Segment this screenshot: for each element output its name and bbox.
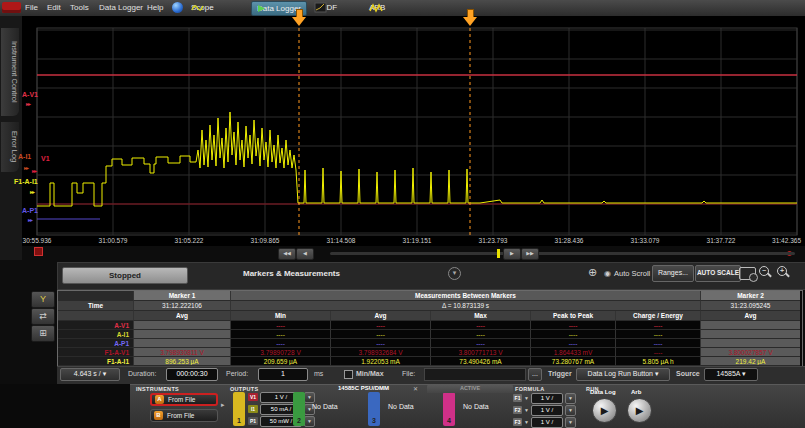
tab-arb[interactable]: ARB bbox=[364, 1, 390, 14]
i1-badge: I1 bbox=[248, 405, 258, 413]
f3-range-dropdown-icon[interactable]: ▼ bbox=[565, 417, 576, 428]
instrument-a-icon: A bbox=[155, 395, 164, 404]
auto-scale-button[interactable]: AUTO SCALE bbox=[695, 265, 741, 282]
expander-icon[interactable]: ▸ bbox=[221, 401, 225, 409]
timebase-dropdown[interactable]: 4.643 s / ▾ bbox=[60, 368, 120, 381]
marker-target-icon[interactable]: ⊕ bbox=[588, 266, 597, 279]
f3-dropdown-icon[interactable]: ▼ bbox=[524, 419, 529, 425]
x-tick: 31:09.865 bbox=[235, 237, 295, 244]
menu-tools[interactable]: Tools bbox=[70, 3, 89, 12]
trace-label-f1ai1: F1-A-I1 bbox=[14, 178, 38, 185]
marker2-time: 31:23.095245 bbox=[701, 301, 800, 311]
formula-header: FORMULA bbox=[515, 386, 545, 392]
formula-rows: F1 ▼ 1 V / ▼ F2 ▼ 1 V / ▼ F3 ▼ 1 V / ▼ bbox=[513, 393, 576, 427]
f1-range-dropdown-icon[interactable]: ▼ bbox=[565, 393, 576, 404]
table-row: F1-A-V1 3.798930811 V 3.79890728 V 3.798… bbox=[58, 348, 802, 357]
menu-file[interactable]: File bbox=[25, 3, 38, 12]
chart-plot bbox=[30, 25, 800, 236]
file-tab-title[interactable]: 14585C PSU/DMM bbox=[338, 385, 410, 391]
active-tab[interactable]: ACTIVE bbox=[427, 384, 513, 393]
v1-range-dropdown-icon[interactable]: ▼ bbox=[304, 392, 315, 403]
marker1-header: Marker 1 bbox=[134, 291, 231, 301]
benchvue-icon[interactable] bbox=[172, 2, 183, 13]
menu-edit[interactable]: Edit bbox=[47, 3, 61, 12]
f2-range-dropdown-icon[interactable]: ▼ bbox=[565, 405, 576, 416]
instrument-b-button[interactable]: B From File bbox=[150, 409, 218, 422]
channel1-bar[interactable]: 1 bbox=[233, 392, 245, 426]
f2-range-field[interactable]: 1 V / bbox=[531, 405, 563, 416]
sidebar-tab-instrument-control[interactable]: Instrument Control bbox=[1, 28, 19, 116]
zoom-out-icon[interactable]: − bbox=[759, 266, 771, 278]
file-tab-close-icon[interactable]: ✕ bbox=[413, 385, 418, 392]
duration-field[interactable]: 000:00:30 bbox=[166, 368, 218, 381]
trace-label-av1: A-V1 bbox=[22, 91, 38, 98]
browse-button[interactable]: ... bbox=[528, 368, 542, 381]
scrollbar-track[interactable] bbox=[330, 252, 795, 255]
datalog-run-button[interactable]: ▶ bbox=[592, 398, 617, 423]
instruments-header: INSTRUMENTS bbox=[136, 386, 179, 392]
screenshot-icon[interactable] bbox=[739, 267, 756, 280]
marker2-header: Marker 2 bbox=[701, 291, 800, 301]
auto-scroll-toggle[interactable]: Auto Scroll bbox=[614, 269, 650, 278]
f2-dropdown-icon[interactable]: ▼ bbox=[524, 407, 529, 413]
table-row: F1-A-I1 896.253 µA 209.659 µA 1.922053 m… bbox=[58, 357, 802, 366]
minmax-checkbox[interactable] bbox=[344, 370, 353, 379]
tab-ccdf[interactable]: CCDF bbox=[310, 1, 342, 14]
col-min: Min bbox=[231, 311, 331, 321]
v1-badge: V1 bbox=[248, 393, 258, 401]
period-unit: ms bbox=[314, 370, 323, 377]
source-label: Source bbox=[676, 370, 700, 377]
formula-f1-row: F1 ▼ 1 V / ▼ bbox=[513, 393, 576, 403]
table-row: A-I1 ---- ---- ---- ---- ---- bbox=[58, 330, 802, 339]
channel3-bar[interactable]: 3 bbox=[368, 392, 380, 426]
channel2-bar[interactable]: 2 bbox=[293, 392, 305, 426]
duration-label: Duration: bbox=[128, 370, 156, 377]
period-label: Period: bbox=[226, 370, 248, 377]
source-dropdown[interactable]: 14585A ▾ bbox=[704, 368, 758, 381]
p1-badge: P1 bbox=[248, 417, 258, 425]
f3-range-field[interactable]: 1 V / bbox=[531, 417, 563, 428]
stopped-button[interactable]: Stopped bbox=[62, 267, 188, 284]
ranges-button[interactable]: Ranges... bbox=[652, 265, 694, 282]
auto-scroll-icon: ◉ bbox=[604, 269, 611, 278]
scroll-back-button[interactable]: ◀ bbox=[296, 248, 314, 260]
marker-tool-icon[interactable]: Y bbox=[31, 291, 55, 308]
col-ptp: Peak to Peak bbox=[531, 311, 616, 321]
arb-run-button[interactable]: ▶ bbox=[627, 398, 652, 423]
marker2-handle[interactable] bbox=[463, 9, 477, 26]
measurements-table: Marker 1 Measurements Between Markers Ma… bbox=[57, 290, 803, 367]
scrollbar-position-marker[interactable] bbox=[497, 249, 500, 258]
marker1-handle[interactable] bbox=[292, 9, 306, 26]
f1-dropdown-icon[interactable]: ▼ bbox=[524, 395, 529, 401]
between-markers-header: Measurements Between Markers bbox=[231, 291, 701, 301]
table-row: A-P1 ---- ---- ---- ---- ---- bbox=[58, 339, 802, 348]
datalog-run-label: Data Log bbox=[590, 389, 616, 395]
trace-arrow-ai1-icon: ▸▸ bbox=[24, 164, 28, 171]
play-icon bbox=[257, 4, 266, 13]
x-tick: 31:05.222 bbox=[159, 237, 219, 244]
sidebar-tab-error-log[interactable]: Error Log bbox=[1, 122, 19, 172]
grid-tool-icon[interactable]: ⊞ bbox=[31, 325, 55, 342]
scroll-fwd-button[interactable]: ▶ bbox=[503, 248, 521, 260]
measurements-dropdown-icon[interactable]: ▾ bbox=[448, 267, 461, 280]
channel4-bar[interactable]: 4 bbox=[443, 392, 455, 426]
markers-measurements-tab[interactable]: Markers & Measurements bbox=[243, 269, 340, 278]
f1-range-field[interactable]: 1 V / bbox=[531, 393, 563, 404]
p1-range-dropdown-icon[interactable]: ▼ bbox=[304, 416, 315, 427]
zoom-in-icon[interactable]: + bbox=[777, 266, 789, 278]
trace-arrow-ap1-icon: ▸▸ bbox=[28, 216, 32, 223]
scroll-step-fwd-button[interactable]: ▶▶ bbox=[521, 248, 539, 260]
span-tool-icon[interactable]: ⇄ bbox=[31, 308, 55, 325]
x-tick: 31:42.365 bbox=[741, 237, 801, 244]
menu-data-logger[interactable]: Data Logger bbox=[99, 3, 143, 12]
file-field[interactable] bbox=[424, 368, 526, 381]
period-field[interactable]: 1 bbox=[258, 368, 308, 381]
scroll-step-back-button[interactable]: ◀◀ bbox=[278, 248, 296, 260]
app-window: File Edit Tools Data Logger Help Scope D… bbox=[0, 0, 805, 428]
formula-f2-row: F2 ▼ 1 V / ▼ bbox=[513, 405, 576, 415]
trigger-dropdown[interactable]: Data Log Run Button ▾ bbox=[576, 368, 670, 381]
tab-scope[interactable]: Scope bbox=[186, 1, 219, 14]
menu-help[interactable]: Help bbox=[147, 3, 163, 12]
instrument-a-button[interactable]: A From File bbox=[150, 393, 218, 406]
col-avg-m2: Avg bbox=[701, 311, 800, 321]
